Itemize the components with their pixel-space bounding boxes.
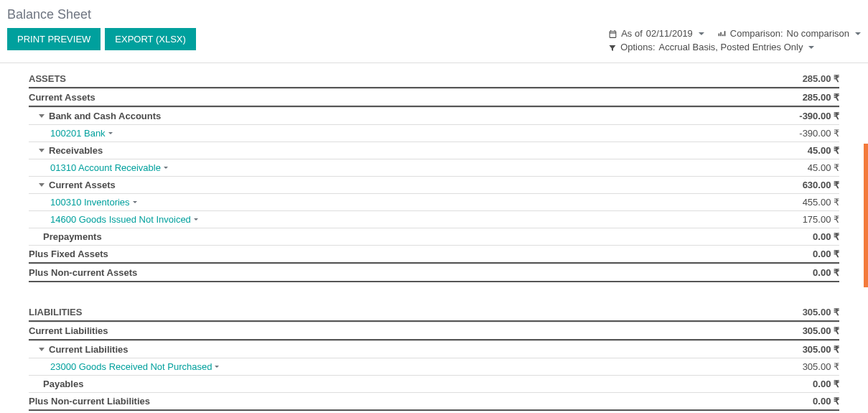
account-receivable-value: 45.00 ₹ [808,162,839,173]
comparison-filter[interactable]: Comparison: No comparison [717,28,861,39]
receivables-label: Receivables [49,145,103,156]
current-assets-value: 285.00 ₹ [803,92,839,103]
chevron-down-icon [855,32,861,35]
prepayments-value: 0.00 ₹ [813,231,839,242]
comparison-value: No comparison [787,28,849,39]
goods-issued-value: 175.00 ₹ [803,214,839,225]
bank-cash-row[interactable]: Bank and Cash Accounts -390.00 ₹ [29,107,839,124]
fixed-assets-row: Plus Fixed Assets 0.00 ₹ [29,245,839,264]
filters: As of 02/11/2019 Comparison: No comparis… [608,28,861,55]
current-assets-label: Current Assets [29,92,95,103]
current-liab-header-label: Current Liabilities [29,325,108,336]
liabilities-header-row: LIABILITIES 305.00 ₹ [29,304,839,322]
page-title: Balance Sheet [7,7,861,22]
receivables-row[interactable]: Receivables 45.00 ₹ [29,141,839,159]
current-liab-group-label: Current Liabilities [49,344,129,355]
assets-label: ASSETS [29,73,66,84]
current-assets-header-row: Current Assets 285.00 ₹ [29,88,839,107]
liabilities-label: LIABILITIES [29,307,82,317]
account-receivable-row[interactable]: 01310 Account Receivable 45.00 ₹ [29,159,839,176]
liabilities-value: 305.00 ₹ [803,307,839,317]
asof-date: 02/11/2019 [646,28,693,39]
assets-value: 285.00 ₹ [803,73,839,84]
noncurrent-assets-label: Plus Non-current Assets [29,267,137,278]
chevron-down-icon [133,201,137,203]
bank-account-row[interactable]: 100201 Bank -390.00 ₹ [29,124,839,141]
payables-label: Payables [29,379,83,389]
noncurrent-liab-value: 0.00 ₹ [813,396,839,407]
current-assets-group-label: Current Assets [49,180,116,190]
receivables-value: 45.00 ₹ [808,145,839,156]
chevron-down-icon [215,366,219,368]
chart-icon [717,28,727,39]
bank-link[interactable]: 100201 Bank [50,128,106,139]
noncurrent-liab-label: Plus Non-current Liabilities [29,396,150,407]
inventories-row[interactable]: 100310 Inventories 455.00 ₹ [29,193,839,210]
noncurrent-liab-row: Plus Non-current Liabilities 0.00 ₹ [29,392,839,411]
chevron-down-icon[interactable] [39,183,45,187]
chevron-down-icon [108,132,113,134]
current-liab-group-value: 305.00 ₹ [803,344,839,355]
header: Balance Sheet PRINT PREVIEW EXPORT (XLSX… [0,0,868,63]
current-liab-header-row: Current Liabilities 305.00 ₹ [29,322,839,340]
chevron-down-icon[interactable] [39,149,45,152]
spacer [29,282,839,304]
assets-header-row: ASSETS 285.00 ₹ [29,70,839,88]
asof-prefix: As of [621,28,643,39]
payables-row: Payables 0.00 ₹ [29,375,839,392]
options-value: Accrual Basis, Posted Entries Only [659,42,803,52]
comparison-prefix: Comparison: [730,28,783,39]
chevron-down-icon[interactable] [39,114,45,118]
inventories-link[interactable]: 100310 Inventories [50,197,130,208]
scrollbar-indicator[interactable] [864,144,868,287]
current-liab-group-row[interactable]: Current Liabilities 305.00 ₹ [29,340,839,358]
bank-value: -390.00 ₹ [799,128,839,139]
goods-issued-link[interactable]: 14600 Goods Issued Not Invoiced [50,214,191,225]
report-body: ASSETS 285.00 ₹ Current Assets 285.00 ₹ … [0,63,868,413]
button-group: PRINT PREVIEW EXPORT (XLSX) [7,28,196,50]
chevron-down-icon [194,218,198,221]
current-assets-group-row[interactable]: Current Assets 630.00 ₹ [29,176,839,193]
asof-filter[interactable]: As of 02/11/2019 [608,28,704,39]
bank-cash-value: -390.00 ₹ [799,111,839,121]
goods-received-value: 305.00 ₹ [803,361,839,372]
export-xlsx-button[interactable]: EXPORT (XLSX) [105,28,196,50]
chevron-down-icon[interactable] [39,348,45,351]
filter-icon [608,42,617,52]
account-receivable-link[interactable]: 01310 Account Receivable [50,162,161,173]
chevron-down-icon [808,46,814,49]
fixed-assets-label: Plus Fixed Assets [29,249,108,259]
options-prefix: Options: [620,42,655,52]
print-preview-button[interactable]: PRINT PREVIEW [7,28,101,50]
prepayments-label: Prepayments [29,231,102,242]
noncurrent-assets-value: 0.00 ₹ [813,267,839,278]
fixed-assets-value: 0.00 ₹ [813,249,839,259]
toolbar: PRINT PREVIEW EXPORT (XLSX) As of 02/11/… [7,28,861,55]
chevron-down-icon [699,32,704,35]
goods-received-link[interactable]: 23000 Goods Received Not Purchased [50,361,212,372]
current-liab-header-value: 305.00 ₹ [803,325,839,336]
payables-value: 0.00 ₹ [813,379,839,389]
noncurrent-assets-row: Plus Non-current Assets 0.00 ₹ [29,264,839,282]
goods-received-row[interactable]: 23000 Goods Received Not Purchased 305.0… [29,358,839,375]
options-filter[interactable]: Options: Accrual Basis, Posted Entries O… [608,42,814,52]
chevron-down-icon [164,167,168,169]
calendar-icon [608,28,617,39]
bank-cash-label: Bank and Cash Accounts [49,111,161,121]
inventories-value: 455.00 ₹ [803,197,839,208]
goods-issued-row[interactable]: 14600 Goods Issued Not Invoiced 175.00 ₹ [29,210,839,228]
prepayments-row: Prepayments 0.00 ₹ [29,228,839,245]
current-assets-group-value: 630.00 ₹ [803,180,839,190]
